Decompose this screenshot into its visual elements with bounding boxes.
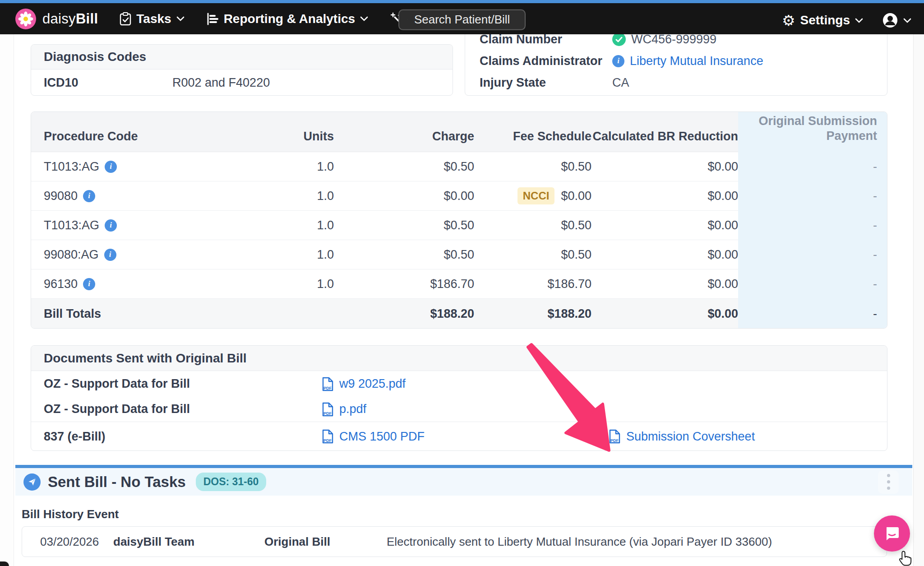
column-header: Units bbox=[284, 112, 334, 152]
claim-info-value: CA bbox=[612, 76, 887, 90]
document-pdf-link[interactable]: PDFCMS 1500 PDF bbox=[322, 429, 609, 444]
procedure-code: 99080:AG bbox=[44, 248, 99, 262]
chevron-down-icon bbox=[855, 18, 863, 23]
submission-coversheet-link[interactable]: PDFSubmission Coversheet bbox=[609, 429, 887, 444]
claim-info-text: WC456-999999 bbox=[631, 32, 716, 46]
dos-badge: DOS: 31-60 bbox=[196, 473, 267, 491]
document-link-text: CMS 1500 PDF bbox=[339, 430, 425, 444]
kebab-menu-button[interactable] bbox=[878, 470, 899, 494]
document-row: 837 (e-Bill)PDFCMS 1500 PDFPDFSubmission… bbox=[31, 422, 887, 451]
check-circle-icon bbox=[612, 32, 626, 46]
charge-cell: $186.70 bbox=[334, 269, 474, 299]
documents-card-title: Documents Sent with Original Bill bbox=[31, 346, 887, 371]
br-reduction-cell: $0.00 bbox=[591, 269, 738, 299]
totals-charge-cell: $188.20 bbox=[334, 299, 474, 329]
document-pdf-link[interactable]: PDFp.pdf bbox=[322, 402, 609, 417]
nav-tasks[interactable]: Tasks bbox=[120, 12, 184, 26]
chevron-down-icon bbox=[903, 18, 911, 23]
charge-cell: $0.50 bbox=[334, 240, 474, 269]
charges-table-header: Procedure CodeUnitsChargeFee ScheduleCal… bbox=[31, 112, 887, 152]
claim-info-label: Claims Administrator bbox=[480, 54, 612, 68]
search-patient-bill-input[interactable]: Search Patient/Bill bbox=[398, 9, 526, 30]
nav-settings[interactable]: ⚙ Settings bbox=[782, 13, 863, 28]
info-icon[interactable]: i bbox=[105, 161, 117, 173]
search-placeholder: Search Patient/Bill bbox=[414, 13, 510, 27]
units-cell: 1.0 bbox=[284, 211, 334, 240]
totals-payment-cell: - bbox=[738, 299, 887, 329]
daisybill-page: Claim NumberWC456-999999Claims Administr… bbox=[0, 0, 924, 566]
claim-info-label: Claim Number bbox=[480, 32, 612, 46]
ncci-badge[interactable]: NCCI bbox=[517, 187, 555, 204]
procedure-code: T1013:AG bbox=[44, 218, 99, 232]
procedure-code-cell: T1013:AGi bbox=[31, 152, 284, 181]
column-header: Fee Schedule bbox=[474, 112, 591, 152]
brand-wordmark: daisyBill bbox=[42, 11, 98, 27]
charge-cell: $0.50 bbox=[334, 211, 474, 240]
charge-row: 99080:AGi1.0$0.50$0.50$0.00- bbox=[31, 240, 887, 269]
diagnosis-codes-card: Diagnosis Codes ICD10R002 and F40220 bbox=[31, 44, 453, 96]
info-icon[interactable]: i bbox=[83, 278, 95, 290]
bill-history-card: 03/20/2026daisyBill TeamOriginal BillEle… bbox=[22, 526, 887, 557]
daisybill-logo[interactable]: daisyBill bbox=[15, 9, 98, 29]
nav-reporting-analytics[interactable]: Reporting & Analytics bbox=[206, 12, 368, 26]
gear-icon: ⚙ bbox=[782, 13, 795, 28]
units-cell: 1.0 bbox=[284, 152, 334, 181]
procedure-code-cell: 99080i bbox=[31, 181, 284, 211]
br-reduction-cell: $0.00 bbox=[591, 240, 738, 269]
payment-cell: - bbox=[738, 181, 887, 211]
diagnosis-code-value: R002 and F40220 bbox=[172, 76, 453, 90]
svg-text:PDF: PDF bbox=[323, 411, 332, 416]
documents-card: Documents Sent with Original Bill OZ - S… bbox=[31, 345, 887, 451]
totals-br-cell: $0.00 bbox=[591, 299, 738, 329]
daisy-flower-icon bbox=[15, 9, 36, 29]
clipboard-check-icon bbox=[120, 12, 131, 26]
document-type-label: OZ - Support Data for Bill bbox=[44, 402, 322, 416]
procedure-code: 96130 bbox=[44, 277, 78, 291]
account-menu[interactable] bbox=[882, 12, 911, 28]
history-type: Original Bill bbox=[264, 535, 387, 549]
claim-info-value[interactable]: iLiberty Mutual Insurance bbox=[612, 54, 887, 68]
column-header-text: Original SubmissionPayment bbox=[758, 114, 877, 144]
column-header: Procedure Code bbox=[31, 112, 284, 152]
sent-bill-status-bar: Sent Bill - No Tasks DOS: 31-60 bbox=[15, 465, 912, 496]
bill-history-row: 03/20/2026daisyBill TeamOriginal BillEle… bbox=[22, 527, 887, 557]
fee-schedule-cell: $0.50 bbox=[474, 211, 591, 240]
procedure-code-cell: T1013:AGi bbox=[31, 211, 284, 240]
chat-launcher-button[interactable] bbox=[874, 515, 910, 552]
charges-table-card: Procedure CodeUnitsChargeFee ScheduleCal… bbox=[31, 111, 887, 329]
payment-cell: - bbox=[738, 211, 887, 240]
svg-text:PDF: PDF bbox=[610, 438, 619, 443]
procedure-code: T1013:AG bbox=[44, 160, 99, 174]
totals-fee-cell: $188.20 bbox=[474, 299, 591, 329]
history-date: 03/20/2026 bbox=[40, 535, 113, 549]
status-title: Sent Bill - No Tasks bbox=[48, 473, 186, 491]
bill-totals-row: Bill Totals$188.20$188.20$0.00- bbox=[31, 299, 887, 329]
claims-administrator-link[interactable]: Liberty Mutual Insurance bbox=[630, 54, 763, 68]
document-link-text: w9 2025.pdf bbox=[339, 377, 406, 391]
info-icon[interactable]: i bbox=[104, 249, 116, 261]
svg-text:PDF: PDF bbox=[323, 438, 332, 443]
fee-schedule-cell: $186.70 bbox=[474, 269, 591, 299]
scrollbar-track[interactable] bbox=[913, 34, 924, 566]
bar-chart-icon bbox=[206, 13, 219, 25]
document-row: OZ - Support Data for BillPDFw9 2025.pdf bbox=[31, 371, 887, 397]
chevron-down-icon bbox=[516, 17, 517, 22]
info-icon[interactable]: i bbox=[612, 55, 624, 67]
document-pdf-link[interactable]: PDFw9 2025.pdf bbox=[322, 377, 609, 391]
info-icon[interactable]: i bbox=[105, 219, 117, 232]
charge-row: 96130i1.0$186.70$186.70$0.00- bbox=[31, 269, 887, 299]
totals-units-cell bbox=[284, 299, 334, 329]
br-reduction-cell: $0.00 bbox=[591, 211, 738, 240]
info-icon[interactable]: i bbox=[83, 190, 95, 202]
column-header: Calculated BR Reduction bbox=[591, 112, 738, 152]
diagnosis-code-type: ICD10 bbox=[44, 76, 172, 90]
claim-info-label: Injury State bbox=[480, 76, 612, 90]
column-header: Charge bbox=[334, 112, 474, 152]
claim-info-text: CA bbox=[612, 76, 629, 90]
charge-row: T1013:AGi1.0$0.50$0.50$0.00- bbox=[31, 211, 887, 240]
payment-cell: - bbox=[738, 240, 887, 269]
pdf-file-icon: PDF bbox=[322, 429, 334, 444]
column-header: Original SubmissionPayment bbox=[738, 112, 887, 152]
pdf-file-icon: PDF bbox=[609, 429, 621, 444]
charge-row: T1013:AGi1.0$0.50$0.50$0.00- bbox=[31, 152, 887, 181]
